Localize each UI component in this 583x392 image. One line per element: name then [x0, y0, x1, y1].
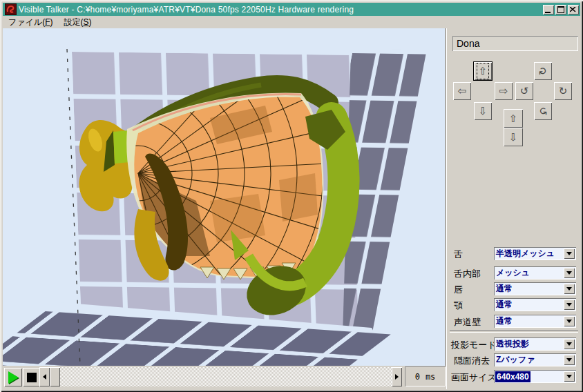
rotate-up-icon: ↻ [537, 67, 549, 76]
up-arrow-icon: ⇧ [479, 65, 488, 77]
control-panel: Dona ⇧ ⇦ ⇨ ⇩ ↻ ↺ ↻ ↺ ⇧ ⇩ 舌 半透明メッシュ 舌内部 メ… [446, 28, 581, 389]
timeline-scrollbar[interactable] [39, 367, 402, 386]
model-name-field: Dona [452, 36, 578, 51]
rotate-down-icon: ↺ [537, 107, 549, 116]
minimize-button[interactable] [543, 5, 554, 14]
title-bar[interactable]: Visible Talker - C:¥home¥moriyama¥ATR¥VT… [3, 3, 580, 16]
window-title: Visible Talker - C:¥home¥moriyama¥ATR¥VT… [19, 5, 540, 14]
zoom-in-icon: ⇧ [509, 112, 518, 125]
tongue-interior-display-select[interactable]: メッシュ [494, 266, 576, 280]
projection-mode-select[interactable]: 透視投影 [494, 337, 576, 351]
3d-viewport[interactable] [3, 28, 446, 366]
vocal-tract-wall-display-select[interactable]: 通常 [494, 315, 576, 328]
chevron-down-icon[interactable] [564, 355, 575, 365]
app-icon [5, 3, 17, 15]
rotate-right-button[interactable]: ↻ [554, 82, 572, 100]
scroll-left-button[interactable] [39, 367, 50, 386]
jaw-label: 顎 [454, 300, 463, 312]
left-triangle-icon [43, 374, 46, 380]
move-right-button[interactable]: ⇨ [495, 82, 513, 100]
rotate-left-icon: ↺ [520, 85, 529, 97]
rotate-up-button[interactable]: ↻ [534, 62, 552, 80]
chevron-down-icon[interactable] [564, 300, 575, 310]
screen-size-select[interactable]: 640x480 [494, 370, 576, 383]
chevron-down-icon[interactable] [564, 248, 575, 259]
close-button[interactable] [568, 5, 579, 14]
maximize-icon [557, 6, 564, 13]
menu-bar: ファイル(F) 設定(S) [3, 16, 580, 28]
hidden-surface-label: 隠面消去 [454, 355, 490, 367]
menu-settings[interactable]: 設定(S) [58, 16, 97, 29]
lips-display-select[interactable]: 通常 [494, 282, 576, 295]
move-up-button[interactable]: ⇧ [474, 62, 492, 80]
down-arrow-icon: ⇩ [479, 105, 488, 117]
jaw-display-select[interactable]: 通常 [494, 298, 576, 311]
right-triangle-icon [395, 374, 399, 380]
stop-button[interactable] [23, 368, 41, 386]
play-button[interactable] [4, 368, 22, 386]
rotate-left-button[interactable]: ↺ [515, 82, 533, 100]
zoom-out-icon: ⇩ [509, 131, 518, 144]
close-icon [570, 7, 576, 12]
lips-label: 唇 [454, 284, 463, 296]
panel-separator [450, 330, 578, 333]
time-display: 0 ms [405, 366, 446, 386]
play-icon [8, 371, 19, 384]
vocal-tract-wall-label: 声道壁 [454, 316, 481, 329]
scrollbar-thumb[interactable] [50, 367, 60, 386]
rotate-down-button[interactable]: ↺ [534, 102, 552, 120]
right-arrow-icon: ⇨ [499, 85, 508, 97]
move-down-button[interactable]: ⇩ [474, 102, 492, 120]
chevron-down-icon[interactable] [564, 339, 575, 349]
rotate-right-icon: ↻ [559, 85, 568, 97]
tongue-display-select[interactable]: 半透明メッシュ [494, 247, 576, 260]
app-window: Visible Talker - C:¥home¥moriyama¥ATR¥VT… [0, 0, 583, 392]
minimize-icon [545, 12, 551, 13]
screen-size-label: 画面サイズ [451, 371, 497, 384]
chevron-down-icon[interactable] [564, 371, 575, 382]
zoom-out-button[interactable]: ⇩ [504, 128, 523, 146]
tongue-interior-label: 舌内部 [454, 268, 481, 280]
left-arrow-icon: ⇦ [458, 85, 467, 97]
hidden-surface-select[interactable]: Zバッファ [494, 353, 576, 366]
menu-file[interactable]: ファイル(F) [3, 16, 58, 29]
projection-mode-label: 投影モード [451, 339, 497, 351]
chevron-down-icon[interactable] [564, 284, 575, 294]
zoom-in-button[interactable]: ⇧ [504, 109, 523, 128]
maximize-button[interactable] [555, 5, 566, 14]
tongue-label: 舌 [454, 248, 463, 261]
chevron-down-icon[interactable] [564, 316, 575, 326]
stop-icon [27, 373, 37, 382]
move-left-button[interactable]: ⇦ [453, 82, 471, 100]
scroll-right-button[interactable] [392, 367, 402, 386]
chevron-down-icon[interactable] [564, 268, 575, 278]
